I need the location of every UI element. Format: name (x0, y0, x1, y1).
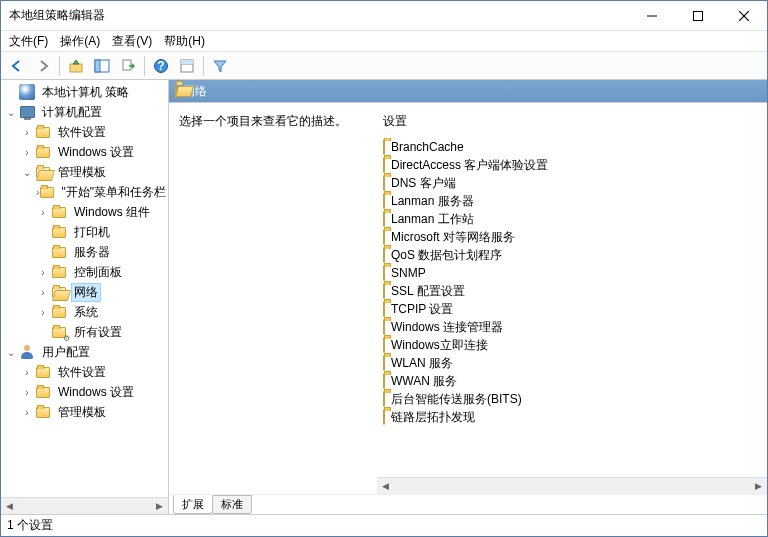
expand-icon[interactable]: › (35, 287, 51, 298)
tree-software-settings[interactable]: › 软件设置 (1, 122, 169, 142)
menu-help[interactable]: 帮助(H) (164, 33, 205, 50)
details-inner: 选择一个项目来查看它的描述。 设置 BranchCacheDirectAcces… (169, 103, 767, 494)
menu-view[interactable]: 查看(V) (112, 33, 152, 50)
list-item[interactable]: TCPIP 设置 (377, 300, 767, 318)
tree-all-settings[interactable]: 所有设置 (1, 322, 169, 342)
svg-text:?: ? (157, 59, 164, 73)
list-item[interactable]: 后台智能传送服务(BITS) (377, 390, 767, 408)
list-item[interactable]: WLAN 服务 (377, 354, 767, 372)
tree-system[interactable]: › 系统 (1, 302, 169, 322)
menu-file[interactable]: 文件(F) (9, 33, 48, 50)
tree-user-windows-settings[interactable]: › Windows 设置 (1, 382, 169, 402)
back-button[interactable] (5, 54, 29, 78)
maximize-button[interactable] (675, 1, 721, 30)
collapse-icon[interactable]: ⌄ (19, 167, 35, 178)
expand-icon[interactable]: › (35, 207, 51, 218)
tree-label: 打印机 (71, 223, 113, 242)
tree-network[interactable]: › 网络 (1, 282, 169, 302)
forward-button[interactable] (31, 54, 55, 78)
scroll-left-icon[interactable]: ◀ (377, 478, 394, 494)
tree-user-software-settings[interactable]: › 软件设置 (1, 362, 169, 382)
list-item[interactable]: BranchCache (377, 138, 767, 156)
list-item[interactable]: DNS 客户端 (377, 174, 767, 192)
settings-list-body[interactable]: BranchCacheDirectAccess 客户端体验设置DNS 客户端La… (377, 138, 767, 477)
scrollbar-track[interactable] (18, 498, 151, 514)
collapse-icon[interactable]: ⌄ (3, 107, 19, 118)
scroll-left-icon[interactable]: ◀ (1, 498, 18, 514)
list-item-label: 链路层拓扑发现 (391, 409, 475, 426)
tree-admin-templates[interactable]: ⌄ 管理模板 (1, 162, 169, 182)
list-item-label: Lanman 服务器 (391, 193, 474, 210)
filter-button[interactable] (208, 54, 232, 78)
folder-icon (383, 194, 385, 208)
expand-icon[interactable]: › (35, 307, 51, 318)
statusbar: 1 个设置 (1, 514, 767, 536)
tree-label: Windows 设置 (55, 143, 137, 162)
tree-user-config[interactable]: ⌄ 用户配置 (1, 342, 169, 362)
list-item-label: Windows 连接管理器 (391, 319, 503, 336)
column-header-setting[interactable]: 设置 (377, 103, 767, 138)
folder-open-icon (175, 84, 177, 98)
list-item[interactable]: SSL 配置设置 (377, 282, 767, 300)
list-item[interactable]: WWAN 服务 (377, 372, 767, 390)
expand-icon[interactable]: › (35, 267, 51, 278)
tree-windows-settings[interactable]: › Windows 设置 (1, 142, 169, 162)
details-header: 网络 (169, 80, 767, 102)
collapse-icon[interactable]: ⌄ (3, 347, 19, 358)
tree-pane[interactable]: 本地计算机 策略 ⌄ 计算机配置 › 软件设置 › Windows 设置 ⌄ 管… (1, 80, 169, 497)
expand-icon[interactable]: › (19, 147, 35, 158)
expand-icon[interactable]: › (19, 127, 35, 138)
list-item[interactable]: DirectAccess 客户端体验设置 (377, 156, 767, 174)
tree-windows-components[interactable]: › Windows 组件 (1, 202, 169, 222)
export-button[interactable] (116, 54, 140, 78)
tree-control-panel[interactable]: › 控制面板 (1, 262, 169, 282)
folder-icon (35, 144, 51, 160)
tree-printers[interactable]: 打印机 (1, 222, 169, 242)
expand-icon[interactable]: › (19, 387, 35, 398)
tab-extended[interactable]: 扩展 (173, 495, 213, 514)
tree-server[interactable]: 服务器 (1, 242, 169, 262)
expand-icon[interactable]: › (19, 367, 35, 378)
list-item[interactable]: Windows 连接管理器 (377, 318, 767, 336)
tab-standard[interactable]: 标准 (212, 495, 252, 514)
list-item[interactable]: SNMP (377, 264, 767, 282)
folder-settings-icon (51, 324, 67, 340)
scroll-right-icon[interactable]: ▶ (151, 498, 168, 514)
svg-rect-4 (70, 64, 82, 72)
list-item[interactable]: Lanman 工作站 (377, 210, 767, 228)
toolbar-separator (203, 56, 204, 76)
list-item[interactable]: Microsoft 对等网络服务 (377, 228, 767, 246)
tree-label: 本地计算机 策略 (39, 83, 132, 102)
list-item[interactable]: Windows立即连接 (377, 336, 767, 354)
tree-start-menu[interactable]: › "开始"菜单和任务栏 (1, 182, 169, 202)
list-item[interactable]: Lanman 服务器 (377, 192, 767, 210)
expand-icon[interactable]: › (19, 407, 35, 418)
list-item-label: DNS 客户端 (391, 175, 456, 192)
status-text: 1 个设置 (7, 517, 53, 534)
close-button[interactable] (721, 1, 767, 30)
tree-user-admin-templates[interactable]: › 管理模板 (1, 402, 169, 422)
window-buttons (629, 1, 767, 30)
list-item[interactable]: QoS 数据包计划程序 (377, 246, 767, 264)
list-horizontal-scrollbar[interactable]: ◀ ▶ (377, 477, 767, 494)
menu-action[interactable]: 操作(A) (60, 33, 100, 50)
list-item[interactable]: 链路层拓扑发现 (377, 408, 767, 426)
tree-computer-config[interactable]: ⌄ 计算机配置 (1, 102, 169, 122)
details-pane: 网络 选择一个项目来查看它的描述。 设置 BranchCacheDirectAc… (169, 80, 767, 514)
tree-label: 系统 (71, 303, 101, 322)
list-item-label: QoS 数据包计划程序 (391, 247, 502, 264)
tree-root[interactable]: 本地计算机 策略 (1, 82, 169, 102)
scrollbar-track[interactable] (394, 478, 750, 494)
titlebar[interactable]: 本地组策略编辑器 (1, 1, 767, 31)
show-hide-tree-button[interactable] (90, 54, 114, 78)
up-button[interactable] (64, 54, 88, 78)
folder-icon (383, 284, 385, 298)
folder-icon (383, 176, 385, 190)
list-item-label: TCPIP 设置 (391, 301, 453, 318)
properties-button[interactable] (175, 54, 199, 78)
scroll-right-icon[interactable]: ▶ (750, 478, 767, 494)
folder-open-icon (35, 164, 51, 180)
tree-horizontal-scrollbar[interactable]: ◀ ▶ (1, 497, 168, 514)
help-button[interactable]: ? (149, 54, 173, 78)
minimize-button[interactable] (629, 1, 675, 30)
